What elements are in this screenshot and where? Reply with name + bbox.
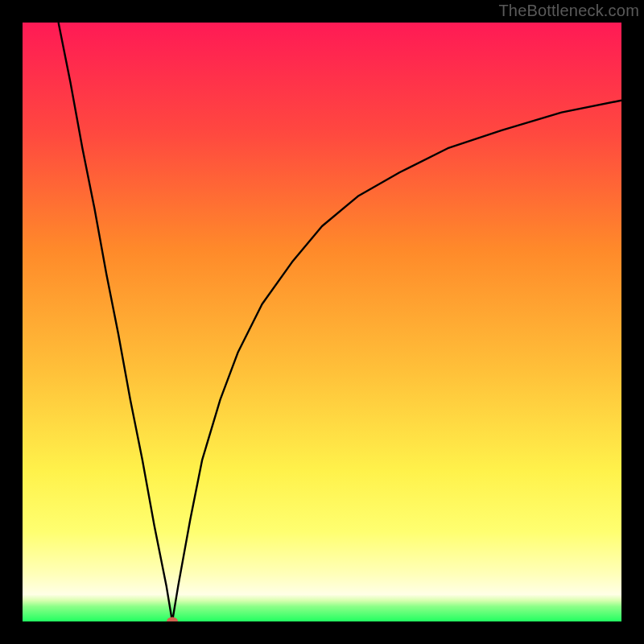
watermark-text: TheBottleneck.com bbox=[498, 2, 639, 20]
bottleneck-curve bbox=[59, 23, 621, 621]
chart-frame: TheBottleneck.com bbox=[0, 0, 644, 644]
plot-area bbox=[23, 23, 621, 621]
optimal-point-marker bbox=[167, 617, 178, 622]
curve-layer bbox=[23, 23, 621, 621]
